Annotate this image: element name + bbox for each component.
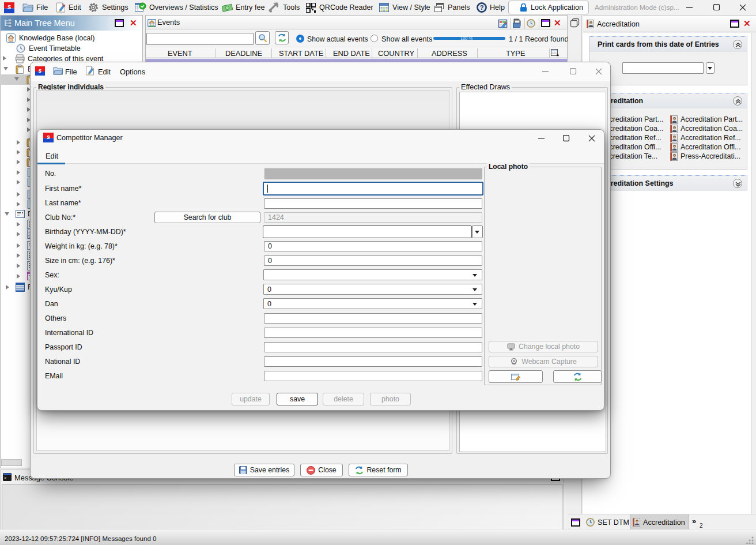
svg-text:s: s [47,133,50,140]
svg-text:s: s [7,3,12,11]
svg-text:>: > [4,476,6,480]
svg-text:s: s [39,67,42,74]
svg-text:?: ? [480,4,484,11]
